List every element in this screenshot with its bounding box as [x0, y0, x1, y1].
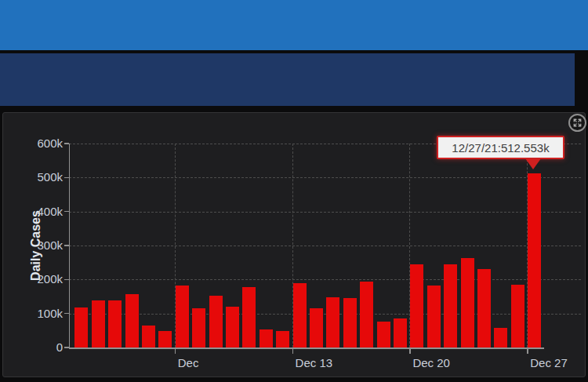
tooltip-pointer	[525, 158, 541, 169]
bar-daily-cases[interactable]	[276, 331, 289, 347]
bar-daily-cases[interactable]	[343, 298, 357, 347]
x-axis-tick	[175, 348, 176, 354]
bar-daily-cases[interactable]	[394, 318, 407, 347]
bar-daily-cases[interactable]	[158, 331, 172, 347]
y-axis-tick	[64, 313, 70, 315]
bar-daily-cases[interactable]	[209, 296, 223, 347]
bar-daily-cases[interactable]	[192, 308, 205, 347]
bar-daily-cases[interactable]	[242, 287, 256, 347]
bar-daily-cases[interactable]	[326, 297, 339, 347]
x-tick-label: Dec 27	[530, 356, 568, 370]
x-axis-tick	[527, 348, 528, 354]
bar-daily-cases[interactable]	[461, 258, 474, 347]
bar-daily-cases[interactable]	[108, 300, 122, 347]
bar-daily-cases[interactable]	[444, 264, 457, 347]
expand-button[interactable]	[568, 114, 586, 132]
x-axis-line	[69, 347, 544, 349]
gridline-horizontal	[69, 314, 581, 315]
y-axis-tick	[64, 177, 70, 179]
bar-daily-cases[interactable]	[260, 329, 273, 347]
x-tick-label: Dec	[178, 356, 199, 370]
y-axis-tick	[64, 211, 70, 213]
y-axis-tick	[64, 143, 70, 144]
expand-arrows-icon	[571, 116, 584, 129]
gridline-horizontal	[69, 246, 581, 246]
x-axis-tick	[409, 348, 411, 354]
y-tick-label: 300k	[14, 238, 63, 253]
y-axis-tick	[64, 347, 70, 348]
y-axis-tick	[64, 279, 70, 281]
bar-daily-cases[interactable]	[293, 283, 307, 347]
gridline-horizontal	[69, 177, 581, 178]
y-tick-label: 200k	[14, 272, 63, 286]
y-tick-label: 500k	[14, 170, 63, 184]
bar-daily-cases[interactable]	[310, 308, 323, 347]
bar-daily-cases[interactable]	[410, 264, 423, 347]
x-tick-label: Dec 13	[296, 356, 333, 370]
y-tick-label: 600k	[14, 136, 63, 151]
bar-daily-cases[interactable]	[360, 282, 373, 347]
x-axis-tick	[292, 348, 294, 354]
y-tick-label: 400k	[14, 205, 63, 219]
gridline-horizontal	[69, 212, 581, 213]
bar-daily-cases[interactable]	[427, 286, 441, 347]
x-tick-label: Dec 20	[412, 356, 450, 370]
y-axis-tick	[64, 245, 70, 246]
bar-daily-cases[interactable]	[142, 326, 155, 347]
bar-daily-cases[interactable]	[226, 307, 239, 347]
bar-daily-cases[interactable]	[477, 269, 491, 347]
tooltip: 12/27/21:512.553k	[437, 136, 564, 159]
bar-daily-cases[interactable]	[125, 294, 139, 347]
bar-daily-cases[interactable]	[528, 173, 541, 347]
bar-daily-cases[interactable]	[176, 286, 189, 347]
y-tick-label: 0	[14, 340, 63, 355]
daily-cases-chart: Daily Cases 0100k200k300k400k500k600kDec…	[0, 0, 588, 382]
bar-daily-cases[interactable]	[511, 285, 524, 347]
bar-daily-cases[interactable]	[92, 300, 105, 347]
y-tick-label: 100k	[14, 307, 63, 321]
bar-daily-cases[interactable]	[74, 307, 88, 347]
gridline-horizontal	[69, 279, 581, 280]
bar-daily-cases[interactable]	[377, 322, 390, 347]
bar-daily-cases[interactable]	[494, 328, 507, 347]
